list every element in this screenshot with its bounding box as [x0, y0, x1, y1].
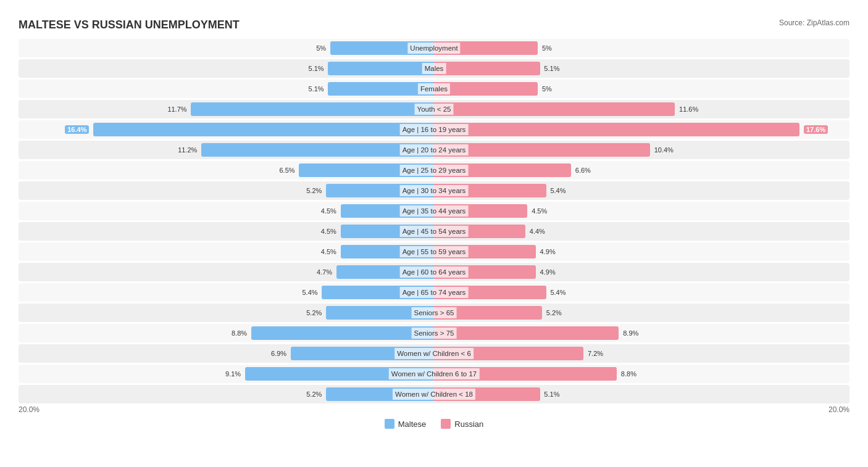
bar-blue — [201, 143, 434, 157]
bar-left-value: 5% — [316, 44, 326, 52]
bar-left-value: 4.5% — [321, 228, 336, 235]
bar-row: Unemployment5%5% — [19, 39, 849, 57]
chart-source: Source: ZipAtlas.com — [779, 19, 849, 27]
axis-right-label: 20.0% — [828, 405, 849, 414]
bar-row: Women w/ Children 6 to 179.1%8.8% — [19, 365, 849, 383]
bar-center-label: Youth < 25 — [415, 104, 454, 115]
bar-row: Seniors > 655.2%5.2% — [19, 304, 849, 322]
bar-center-label: Women w/ Children 6 to 17 — [389, 368, 480, 379]
bar-left-value: 5.2% — [306, 187, 322, 194]
bar-right-value: 8.8% — [621, 370, 636, 378]
chart-area: Unemployment5%5%Males5.1%5.1%Females5.1%… — [12, 39, 856, 403]
bar-center-label: Age | 55 to 59 years — [400, 246, 469, 257]
bar-row: Age | 60 to 64 years4.7%4.9% — [19, 263, 849, 281]
bar-right-value: 4.9% — [540, 268, 556, 276]
bar-center-label: Age | 20 to 24 years — [400, 144, 469, 155]
bar-right-value: 6.6% — [575, 167, 591, 174]
bar-row: Age | 35 to 44 years4.5%4.5% — [19, 202, 849, 220]
bar-right-value: 4.5% — [532, 207, 547, 215]
bar-left-value: 4.5% — [321, 248, 336, 255]
bar-right-value: 5% — [542, 85, 552, 93]
bar-row: Youth < 2511.7%11.6% — [19, 100, 849, 118]
axis-left-label: 20.0% — [19, 405, 40, 414]
bar-left-value: 5.1% — [309, 85, 324, 93]
bar-center-label: Women w/ Children < 6 — [394, 348, 474, 359]
chart-header: MALTESE VS RUSSIAN UNEMPLOYMENT Source: … — [12, 19, 856, 31]
bar-pink — [434, 326, 619, 340]
legend-swatch-maltese — [385, 419, 394, 429]
bar-row: Age | 25 to 29 years6.5%6.6% — [19, 161, 849, 180]
bar-center-label: Age | 16 to 19 years — [400, 124, 469, 135]
bar-left-value: 11.7% — [167, 105, 186, 113]
legend-label-maltese: Maltese — [398, 419, 427, 429]
bar-row: Females5.1%5% — [19, 80, 849, 98]
axis-row: 20.0% 20.0% — [12, 405, 856, 414]
bar-center-label: Seniors > 65 — [412, 307, 457, 318]
bar-center-label: Age | 65 to 74 years — [400, 287, 469, 298]
bar-right-value: 17.6% — [804, 126, 828, 133]
bar-row: Women w/ Children < 185.2%5.1% — [19, 385, 849, 403]
bar-left-value: 8.8% — [232, 329, 247, 337]
bar-center-label: Age | 45 to 54 years — [400, 226, 469, 237]
bar-left-value: 5.2% — [306, 309, 322, 316]
bar-right-value: 4.4% — [530, 228, 545, 235]
legend-label-russian: Russian — [454, 419, 483, 429]
bar-right-value: 5.1% — [544, 391, 559, 398]
bar-center-label: Age | 25 to 29 years — [400, 165, 469, 176]
bar-pink — [434, 102, 675, 116]
bar-row: Age | 16 to 19 years16.4%17.6% — [19, 120, 849, 139]
bar-center-label: Age | 30 to 34 years — [400, 185, 469, 196]
bar-left-value: 5.1% — [309, 65, 324, 72]
bar-row: Age | 65 to 74 years5.4%5.4% — [19, 283, 849, 302]
bar-right-value: 5.4% — [550, 187, 565, 194]
legend-swatch-russian — [441, 419, 451, 429]
bar-blue — [93, 123, 434, 136]
bar-center-label: Age | 35 to 44 years — [400, 205, 469, 217]
bar-row: Males5.1%5.1% — [19, 59, 849, 78]
bar-center-label: Seniors > 75 — [412, 328, 457, 339]
legend-maltese: Maltese — [385, 419, 427, 429]
bar-center-label: Unemployment — [407, 43, 460, 54]
bar-right-value: 5.4% — [550, 289, 565, 296]
bar-row: Age | 20 to 24 years11.2%10.4% — [19, 141, 849, 159]
bar-row: Age | 30 to 34 years5.2%5.4% — [19, 181, 849, 200]
chart-container: MALTESE VS RUSSIAN UNEMPLOYMENT Source: … — [12, 12, 856, 435]
bar-pink — [434, 123, 799, 136]
bar-left-value: 6.9% — [271, 350, 286, 357]
bar-right-value: 10.4% — [654, 146, 674, 154]
bar-center-label: Males — [422, 63, 446, 74]
legend: Maltese Russian — [12, 419, 856, 429]
bar-left-value: 4.7% — [317, 268, 332, 276]
bar-right-value: 8.9% — [623, 329, 638, 337]
bar-left-value: 11.2% — [178, 146, 197, 154]
bar-row: Women w/ Children < 66.9%7.2% — [19, 344, 849, 363]
bar-right-value: 11.6% — [679, 105, 698, 113]
bar-center-label: Females — [418, 83, 450, 94]
bar-row: Age | 45 to 54 years4.5%4.4% — [19, 222, 849, 241]
bar-left-value: 5.2% — [306, 391, 322, 398]
bar-blue — [328, 62, 434, 75]
bar-left-value: 9.1% — [225, 370, 241, 378]
bar-left-value: 4.5% — [321, 207, 336, 215]
bar-right-value: 5% — [542, 44, 552, 52]
bar-row: Age | 55 to 59 years4.5%4.9% — [19, 242, 849, 261]
bar-right-value: 5.1% — [544, 65, 559, 72]
bar-blue — [191, 102, 434, 116]
bar-row: Seniors > 758.8%8.9% — [19, 324, 849, 342]
bar-center-label: Women w/ Children < 18 — [393, 389, 475, 400]
bar-left-value: 6.5% — [279, 167, 294, 174]
bar-right-value: 4.9% — [540, 248, 556, 255]
legend-russian: Russian — [441, 419, 483, 429]
bar-blue — [251, 326, 434, 340]
bar-left-value: 16.4% — [65, 126, 89, 133]
bar-left-value: 5.4% — [302, 289, 317, 296]
bar-center-label: Age | 60 to 64 years — [400, 267, 469, 278]
bar-right-value: 5.2% — [546, 309, 562, 316]
chart-title: MALTESE VS RUSSIAN UNEMPLOYMENT — [19, 19, 240, 31]
bar-pink — [434, 62, 540, 75]
bar-right-value: 7.2% — [588, 350, 603, 357]
